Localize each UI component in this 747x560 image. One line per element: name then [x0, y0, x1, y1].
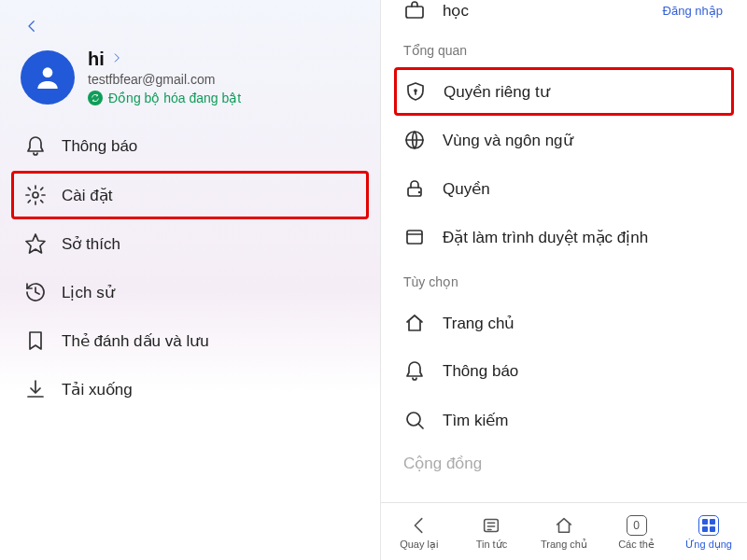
settings-item-label: Quyền	[443, 179, 490, 199]
bell-icon	[403, 360, 426, 383]
svg-rect-9	[407, 231, 422, 244]
signin-link[interactable]: Đăng nhập	[663, 4, 732, 18]
bottom-nav: Quay lại Tin tức Trang chủ 0 Các thẻ Ứng…	[381, 502, 747, 560]
star-icon	[24, 232, 47, 255]
shield-icon	[404, 80, 427, 103]
profile-name: hi	[88, 49, 105, 70]
profile-email: testfbfear@gmail.com	[88, 72, 241, 87]
news-icon	[480, 514, 502, 537]
nav-label: Quay lại	[400, 539, 438, 551]
svg-point-8	[418, 191, 420, 193]
avatar	[21, 50, 75, 105]
back-button[interactable]	[19, 13, 45, 39]
menu-item-interests[interactable]: Sở thích	[11, 219, 369, 268]
settings-item-default-browser[interactable]: Đặt làm trình duyệt mặc định	[381, 213, 747, 261]
section-header-options: Tùy chọn	[381, 261, 747, 299]
briefcase-icon	[403, 0, 426, 21]
menu-item-label: Sở thích	[62, 234, 120, 254]
settings-item-label: Quyền riêng tư	[444, 82, 550, 102]
menu-item-settings[interactable]: Cài đặt	[11, 171, 369, 219]
nav-label: Tin tức	[476, 539, 508, 551]
settings-item-search[interactable]: Tìm kiếm	[381, 396, 747, 444]
nav-back[interactable]: Quay lại	[386, 514, 453, 551]
svg-point-0	[43, 67, 53, 77]
menu-item-label: Thông báo	[62, 137, 137, 156]
settings-item-label: Tìm kiếm	[443, 411, 508, 430]
menu-item-bookmarks[interactable]: Thẻ đánh dấu và lưu	[11, 316, 369, 365]
section-header-overview: Tổng quan	[381, 30, 747, 67]
bell-icon	[24, 135, 47, 158]
settings-item-region-language[interactable]: Vùng và ngôn ngữ	[381, 116, 747, 164]
nav-label: Các thẻ	[618, 539, 655, 551]
menu-item-label: Thẻ đánh dấu và lưu	[62, 331, 209, 351]
sync-status: Đồng bộ hóa đang bật	[108, 91, 241, 105]
globe-icon	[403, 129, 426, 151]
svg-marker-2	[26, 234, 45, 253]
sync-icon	[88, 91, 103, 105]
chevron-left-icon	[408, 514, 430, 537]
menu-item-label: Lịch sử	[62, 283, 115, 302]
tabs-icon: 0	[626, 514, 648, 537]
svg-point-1	[33, 192, 38, 198]
download-icon	[24, 378, 47, 400]
menu-item-history[interactable]: Lịch sử	[11, 268, 369, 316]
menu-item-downloads[interactable]: Tải xuống	[11, 365, 369, 413]
settings-item-label: Vùng và ngôn ngữ	[443, 131, 573, 150]
window-icon	[403, 226, 426, 248]
settings-item-privacy[interactable]: Quyền riêng tư	[394, 67, 734, 116]
nav-label: Trang chủ	[541, 539, 587, 551]
menu-list: Thông báo Cài đặt Sở thích Lịch sử Thẻ đ…	[0, 122, 380, 413]
settings-item-notifications[interactable]: Thông báo	[381, 347, 747, 396]
chevron-right-icon	[110, 51, 123, 68]
settings-pane: học Đăng nhập Tổng quan Quyền riêng tư V…	[381, 0, 747, 560]
nav-apps[interactable]: Ứng dụng	[675, 514, 742, 551]
settings-item-label: Đặt làm trình duyệt mặc định	[443, 228, 648, 247]
history-icon	[24, 281, 47, 303]
nav-news[interactable]: Tin tức	[458, 514, 525, 551]
profile-block[interactable]: hi testfbfear@gmail.com Đồng bộ hóa đang…	[0, 43, 380, 122]
settings-item-partial: Cộng đồng	[381, 444, 747, 473]
settings-item-label: học	[443, 1, 646, 21]
settings-item-permissions[interactable]: Quyền	[381, 164, 747, 213]
home-icon	[403, 312, 426, 334]
search-icon	[403, 409, 426, 431]
menu-item-notifications[interactable]: Thông báo	[11, 122, 369, 171]
lock-icon	[403, 177, 426, 200]
settings-top-partial[interactable]: học Đăng nhập	[381, 0, 747, 30]
home-icon	[553, 514, 575, 537]
settings-item-homepage[interactable]: Trang chủ	[381, 299, 747, 347]
gear-icon	[24, 184, 47, 206]
menu-item-label: Tải xuống	[62, 380, 133, 399]
svg-rect-3	[406, 7, 423, 18]
settings-item-label: Thông báo	[443, 362, 518, 381]
nav-home[interactable]: Trang chủ	[530, 514, 598, 551]
nav-label: Ứng dụng	[685, 539, 732, 551]
svg-line-12	[418, 424, 423, 428]
nav-tabs[interactable]: 0 Các thẻ	[603, 514, 670, 551]
menu-item-label: Cài đặt	[62, 186, 112, 205]
profile-menu-pane: hi testfbfear@gmail.com Đồng bộ hóa đang…	[0, 0, 381, 560]
bookmark-icon	[24, 329, 47, 352]
apps-icon	[698, 514, 720, 537]
settings-item-label: Trang chủ	[443, 314, 514, 333]
tab-count: 0	[627, 515, 647, 536]
